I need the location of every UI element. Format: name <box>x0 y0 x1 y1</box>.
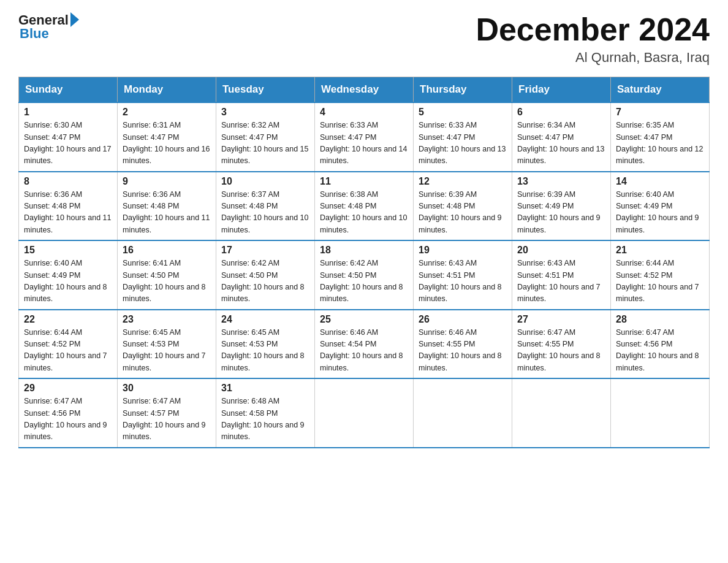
calendar-cell: 30Sunrise: 6:47 AMSunset: 4:57 PMDayligh… <box>118 378 216 448</box>
day-info: Sunrise: 6:42 AMSunset: 4:50 PMDaylight:… <box>221 258 309 305</box>
day-info: Sunrise: 6:33 AMSunset: 4:47 PMDaylight:… <box>419 120 507 167</box>
calendar-cell: 25Sunrise: 6:46 AMSunset: 4:54 PMDayligh… <box>315 310 414 379</box>
day-number: 23 <box>123 314 211 325</box>
logo-arrow-icon <box>70 12 79 27</box>
day-info: Sunrise: 6:47 AMSunset: 4:56 PMDaylight:… <box>24 396 112 443</box>
day-number: 22 <box>24 314 112 325</box>
day-number: 29 <box>24 383 112 394</box>
calendar-cell: 10Sunrise: 6:37 AMSunset: 4:48 PMDayligh… <box>216 172 315 241</box>
calendar-cell: 14Sunrise: 6:40 AMSunset: 4:49 PMDayligh… <box>611 172 710 241</box>
day-number: 25 <box>320 314 408 325</box>
day-number: 18 <box>320 245 408 256</box>
day-number: 6 <box>517 107 605 118</box>
calendar-cell: 8Sunrise: 6:36 AMSunset: 4:48 PMDaylight… <box>19 172 118 241</box>
day-number: 27 <box>517 314 605 325</box>
calendar-cell: 9Sunrise: 6:36 AMSunset: 4:48 PMDaylight… <box>118 172 216 241</box>
day-info: Sunrise: 6:43 AMSunset: 4:51 PMDaylight:… <box>517 258 605 305</box>
day-info: Sunrise: 6:37 AMSunset: 4:48 PMDaylight:… <box>221 189 309 237</box>
day-number: 15 <box>24 245 112 256</box>
calendar-day-header: Wednesday <box>315 77 414 103</box>
day-info: Sunrise: 6:32 AMSunset: 4:47 PMDaylight:… <box>221 120 309 167</box>
calendar-day-header: Friday <box>512 77 611 103</box>
day-number: 30 <box>123 383 211 394</box>
calendar-cell <box>611 378 710 448</box>
calendar-cell: 28Sunrise: 6:47 AMSunset: 4:56 PMDayligh… <box>611 310 710 379</box>
day-number: 17 <box>221 245 309 256</box>
calendar-week-row: 1Sunrise: 6:30 AMSunset: 4:47 PMDaylight… <box>19 102 710 172</box>
day-number: 16 <box>123 245 211 256</box>
month-title: December 2024 <box>476 12 710 47</box>
day-info: Sunrise: 6:36 AMSunset: 4:48 PMDaylight:… <box>24 189 112 237</box>
calendar-cell: 3Sunrise: 6:32 AMSunset: 4:47 PMDaylight… <box>216 102 315 172</box>
logo: General Blue <box>18 12 79 42</box>
calendar-cell: 13Sunrise: 6:39 AMSunset: 4:49 PMDayligh… <box>512 172 611 241</box>
day-number: 13 <box>517 176 605 187</box>
day-info: Sunrise: 6:36 AMSunset: 4:48 PMDaylight:… <box>123 189 211 237</box>
day-info: Sunrise: 6:45 AMSunset: 4:53 PMDaylight:… <box>123 327 211 375</box>
calendar-week-row: 29Sunrise: 6:47 AMSunset: 4:56 PMDayligh… <box>19 378 710 448</box>
calendar-cell: 12Sunrise: 6:39 AMSunset: 4:48 PMDayligh… <box>414 172 512 241</box>
calendar-cell: 1Sunrise: 6:30 AMSunset: 4:47 PMDaylight… <box>19 102 118 172</box>
day-info: Sunrise: 6:38 AMSunset: 4:48 PMDaylight:… <box>320 189 408 237</box>
day-number: 20 <box>517 245 605 256</box>
page-header: General Blue December 2024 Al Qurnah, Ba… <box>18 12 710 66</box>
day-number: 4 <box>320 107 408 118</box>
day-number: 28 <box>616 314 704 325</box>
day-info: Sunrise: 6:44 AMSunset: 4:52 PMDaylight:… <box>616 258 704 305</box>
day-info: Sunrise: 6:45 AMSunset: 4:53 PMDaylight:… <box>221 327 309 375</box>
calendar-cell: 31Sunrise: 6:48 AMSunset: 4:58 PMDayligh… <box>216 378 315 448</box>
calendar-cell: 4Sunrise: 6:33 AMSunset: 4:47 PMDaylight… <box>315 102 414 172</box>
day-info: Sunrise: 6:35 AMSunset: 4:47 PMDaylight:… <box>616 120 704 167</box>
calendar-cell <box>414 378 512 448</box>
calendar-cell: 6Sunrise: 6:34 AMSunset: 4:47 PMDaylight… <box>512 102 611 172</box>
calendar-cell: 24Sunrise: 6:45 AMSunset: 4:53 PMDayligh… <box>216 310 315 379</box>
day-number: 8 <box>24 176 112 187</box>
day-info: Sunrise: 6:30 AMSunset: 4:47 PMDaylight:… <box>24 120 112 167</box>
day-info: Sunrise: 6:31 AMSunset: 4:47 PMDaylight:… <box>123 120 211 167</box>
day-number: 1 <box>24 107 112 118</box>
calendar-cell: 19Sunrise: 6:43 AMSunset: 4:51 PMDayligh… <box>414 240 512 310</box>
calendar-cell <box>512 378 611 448</box>
day-number: 9 <box>123 176 211 187</box>
calendar-day-header: Saturday <box>611 77 710 103</box>
day-number: 10 <box>221 176 309 187</box>
calendar-cell <box>315 378 414 448</box>
calendar-week-row: 22Sunrise: 6:44 AMSunset: 4:52 PMDayligh… <box>19 310 710 379</box>
day-info: Sunrise: 6:41 AMSunset: 4:50 PMDaylight:… <box>123 258 211 305</box>
calendar-cell: 26Sunrise: 6:46 AMSunset: 4:55 PMDayligh… <box>414 310 512 379</box>
day-info: Sunrise: 6:43 AMSunset: 4:51 PMDaylight:… <box>419 258 507 305</box>
calendar-cell: 7Sunrise: 6:35 AMSunset: 4:47 PMDaylight… <box>611 102 710 172</box>
day-info: Sunrise: 6:42 AMSunset: 4:50 PMDaylight:… <box>320 258 408 305</box>
day-info: Sunrise: 6:47 AMSunset: 4:57 PMDaylight:… <box>123 396 211 443</box>
calendar-cell: 18Sunrise: 6:42 AMSunset: 4:50 PMDayligh… <box>315 240 414 310</box>
day-number: 31 <box>221 383 309 394</box>
calendar-cell: 21Sunrise: 6:44 AMSunset: 4:52 PMDayligh… <box>611 240 710 310</box>
day-number: 3 <box>221 107 309 118</box>
day-number: 7 <box>616 107 704 118</box>
calendar-week-row: 8Sunrise: 6:36 AMSunset: 4:48 PMDaylight… <box>19 172 710 241</box>
day-info: Sunrise: 6:40 AMSunset: 4:49 PMDaylight:… <box>24 258 112 305</box>
day-number: 14 <box>616 176 704 187</box>
day-number: 5 <box>419 107 507 118</box>
day-number: 19 <box>419 245 507 256</box>
day-info: Sunrise: 6:46 AMSunset: 4:54 PMDaylight:… <box>320 327 408 375</box>
day-info: Sunrise: 6:40 AMSunset: 4:49 PMDaylight:… <box>616 189 704 237</box>
day-info: Sunrise: 6:39 AMSunset: 4:49 PMDaylight:… <box>517 189 605 237</box>
calendar-cell: 16Sunrise: 6:41 AMSunset: 4:50 PMDayligh… <box>118 240 216 310</box>
calendar-cell: 20Sunrise: 6:43 AMSunset: 4:51 PMDayligh… <box>512 240 611 310</box>
calendar-cell: 15Sunrise: 6:40 AMSunset: 4:49 PMDayligh… <box>19 240 118 310</box>
calendar-cell: 5Sunrise: 6:33 AMSunset: 4:47 PMDaylight… <box>414 102 512 172</box>
day-info: Sunrise: 6:33 AMSunset: 4:47 PMDaylight:… <box>320 120 408 167</box>
calendar-table: SundayMondayTuesdayWednesdayThursdayFrid… <box>18 77 710 448</box>
calendar-cell: 27Sunrise: 6:47 AMSunset: 4:55 PMDayligh… <box>512 310 611 379</box>
day-number: 12 <box>419 176 507 187</box>
calendar-cell: 29Sunrise: 6:47 AMSunset: 4:56 PMDayligh… <box>19 378 118 448</box>
calendar-cell: 11Sunrise: 6:38 AMSunset: 4:48 PMDayligh… <box>315 172 414 241</box>
day-info: Sunrise: 6:39 AMSunset: 4:48 PMDaylight:… <box>419 189 507 237</box>
logo-blue-text: Blue <box>20 26 49 42</box>
day-number: 21 <box>616 245 704 256</box>
day-number: 26 <box>419 314 507 325</box>
calendar-cell: 2Sunrise: 6:31 AMSunset: 4:47 PMDaylight… <box>118 102 216 172</box>
day-number: 24 <box>221 314 309 325</box>
calendar-header-row: SundayMondayTuesdayWednesdayThursdayFrid… <box>19 77 710 103</box>
